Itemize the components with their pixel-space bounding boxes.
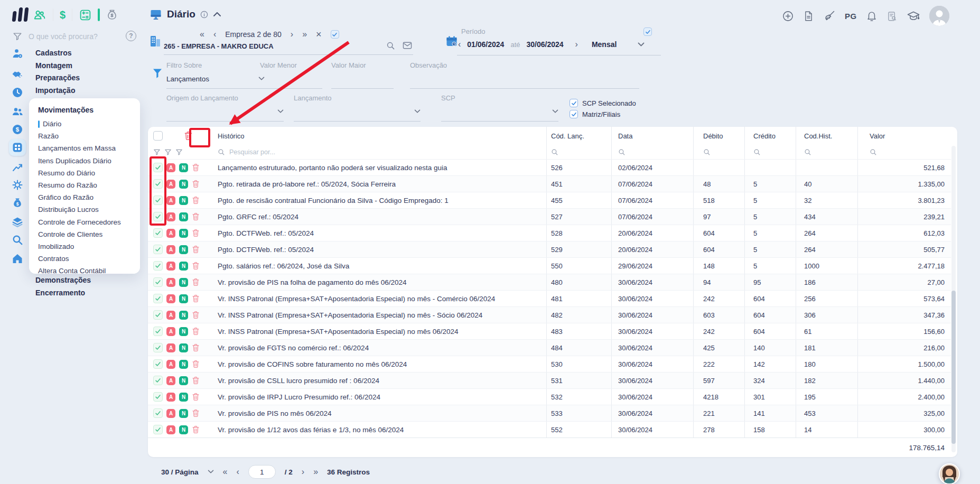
table-row[interactable]: A N Vr. provisão de FGTS no comércio ref… xyxy=(148,339,951,356)
search-icon[interactable] xyxy=(12,234,23,246)
badge-a[interactable]: A xyxy=(166,393,175,402)
row-trash-icon[interactable] xyxy=(192,393,200,401)
layers-icon[interactable] xyxy=(12,216,23,228)
select-all-checkbox[interactable] xyxy=(153,131,163,141)
valor-maior-input[interactable] xyxy=(331,75,387,83)
flyout-item-resumo-do-razao[interactable]: Resumo do Razão xyxy=(38,179,140,191)
badge-n[interactable]: N xyxy=(179,278,188,287)
flyout-item-diario[interactable]: Diário xyxy=(38,118,140,130)
sidebar-item-demonstracoes[interactable]: Demonstrações xyxy=(35,274,125,287)
period-prev-button[interactable]: ‹ xyxy=(458,40,461,49)
support-avatar-photo[interactable] xyxy=(939,463,960,484)
row-trash-icon[interactable] xyxy=(192,278,200,286)
period-checkbox[interactable] xyxy=(643,27,652,36)
badge-a[interactable]: A xyxy=(166,262,175,271)
flyout-item-grafico-do-razao[interactable]: Gráfico do Razão xyxy=(38,191,140,203)
column-funnel-icon[interactable] xyxy=(164,148,172,156)
chart-growth-icon[interactable] xyxy=(12,161,23,173)
first-page-button[interactable]: « xyxy=(223,467,228,477)
table-row[interactable]: A N Vr. provisão de IRPJ Lucro Presumido… xyxy=(148,388,951,405)
company-search-icon[interactable] xyxy=(386,41,395,50)
row-checkbox[interactable] xyxy=(153,277,163,287)
flyout-item-distribuicao-lucros[interactable]: Distribuição Lucros xyxy=(38,203,140,216)
company-checkbox[interactable] xyxy=(331,30,339,39)
row-checkbox[interactable] xyxy=(153,294,163,303)
row-trash-icon[interactable] xyxy=(192,311,200,319)
badge-n[interactable]: N xyxy=(179,229,188,238)
calculator-module-icon[interactable] xyxy=(79,8,92,22)
row-checkbox[interactable] xyxy=(153,163,163,172)
row-trash-icon[interactable] xyxy=(192,409,200,417)
badge-a[interactable]: A xyxy=(166,163,175,172)
row-trash-icon[interactable] xyxy=(192,343,200,352)
period-next-button[interactable]: › xyxy=(575,40,578,49)
cod-lanc-search[interactable] xyxy=(546,145,611,159)
badge-a[interactable]: A xyxy=(166,245,175,254)
user-settings-icon[interactable] xyxy=(12,48,23,59)
row-checkbox[interactable] xyxy=(153,359,163,369)
flyout-item-controle-de-fornecedores[interactable]: Controle de Fornecedores xyxy=(38,216,140,228)
badge-a[interactable]: A xyxy=(166,311,175,320)
badge-n[interactable]: N xyxy=(179,393,188,402)
table-row[interactable]: A N Vr. provisão de PIS na folha de paga… xyxy=(148,274,951,290)
table-row[interactable]: A N Vr. INSS Patronal (Empresa+SAT+Apose… xyxy=(148,290,951,306)
observacao-field[interactable]: Observação xyxy=(410,61,639,89)
row-trash-icon[interactable] xyxy=(192,376,200,385)
sidebar-item-preparacoes[interactable]: Preparações xyxy=(35,72,125,85)
pg-badge[interactable]: PG xyxy=(845,12,857,21)
badge-n[interactable]: N xyxy=(179,360,188,369)
last-page-button[interactable]: » xyxy=(313,467,318,477)
flyout-item-itens-duplicados-diario[interactable]: Itens Duplicados Diário xyxy=(38,155,140,167)
row-checkbox[interactable] xyxy=(153,327,163,336)
badge-a[interactable]: A xyxy=(166,409,175,418)
bell-icon[interactable] xyxy=(866,10,878,22)
badge-n[interactable]: N xyxy=(179,245,188,254)
table-row[interactable]: A N Vr. INSS Patronal (Empresa+SAT+Apose… xyxy=(148,306,951,323)
badge-a[interactable]: A xyxy=(166,278,175,287)
company-last-button[interactable]: » xyxy=(302,30,307,39)
table-row[interactable]: A N Lançamento estruturado, portanto não… xyxy=(148,159,951,175)
badge-n[interactable]: N xyxy=(179,376,188,385)
dollar-module-icon[interactable]: $ xyxy=(60,8,66,22)
badge-a[interactable]: A xyxy=(166,294,175,303)
page-number-input[interactable] xyxy=(251,468,273,476)
row-trash-icon[interactable] xyxy=(192,294,200,303)
row-trash-icon[interactable] xyxy=(192,327,200,336)
row-checkbox[interactable] xyxy=(153,261,163,271)
historico-search-input[interactable] xyxy=(229,148,335,156)
row-trash-icon[interactable] xyxy=(192,229,200,237)
table-row[interactable]: A N Pgto. retirada de pró-labore ref.: 0… xyxy=(148,175,951,192)
clock-icon[interactable] xyxy=(12,87,23,98)
plus-circle-icon[interactable] xyxy=(782,10,794,22)
per-page-select[interactable]: 30 / Página xyxy=(161,468,199,476)
home-icon[interactable] xyxy=(12,253,23,264)
row-checkbox[interactable] xyxy=(153,228,163,238)
row-trash-icon[interactable] xyxy=(192,212,200,221)
help-button[interactable]: ? xyxy=(126,31,136,41)
sidebar-item-cadastros[interactable]: Cadastros xyxy=(35,47,125,60)
table-row[interactable]: A N Pgto. DCTFWeb. ref.: 05/2024 529 20/… xyxy=(148,241,951,257)
badge-n[interactable]: N xyxy=(179,196,188,205)
users-module-icon[interactable] xyxy=(33,8,46,22)
envelope-icon[interactable] xyxy=(403,41,412,50)
flyout-item-resumo-do-diario[interactable]: Resumo do Diário xyxy=(38,167,140,179)
next-page-button[interactable]: › xyxy=(302,467,304,477)
graduation-cap-icon[interactable] xyxy=(907,10,920,22)
per-page-chevron-icon[interactable] xyxy=(208,470,214,474)
company-prev-button[interactable]: ‹ xyxy=(213,30,216,39)
table-scrollbar-thumb[interactable] xyxy=(951,291,956,444)
row-trash-icon[interactable] xyxy=(192,180,200,188)
row-checkbox[interactable] xyxy=(153,310,163,320)
column-funnel-icon[interactable] xyxy=(153,148,161,156)
badge-n[interactable]: N xyxy=(179,262,188,271)
valor-menor-input[interactable] xyxy=(260,75,316,83)
lancamento-select[interactable]: Lançamento xyxy=(294,94,421,122)
company-clear-icon[interactable]: × xyxy=(316,30,322,39)
row-checkbox[interactable] xyxy=(153,408,163,418)
money-bag-icon[interactable]: $ xyxy=(12,197,23,209)
sidebar-item-encerramento[interactable]: Encerramento xyxy=(35,287,125,300)
period-mode-chevron-icon[interactable] xyxy=(638,42,645,47)
dollar-coin-icon[interactable]: $ xyxy=(12,124,23,135)
origem-lancamento-select[interactable]: Origem do Lançamento xyxy=(166,94,284,122)
badge-a[interactable]: A xyxy=(166,360,175,369)
